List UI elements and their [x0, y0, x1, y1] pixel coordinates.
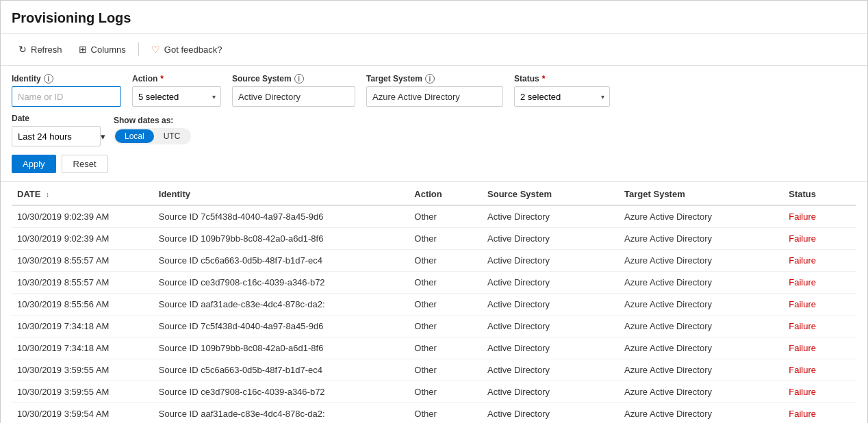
table-row[interactable]: 10/30/2019 9:02:39 AM Source ID 7c5f438d… — [12, 205, 856, 228]
status-select-wrapper: 2 selected ▾ — [514, 86, 610, 107]
cell-identity: Source ID ce3d7908-c16c-4039-a346-b72 — [153, 381, 409, 403]
cell-action: Other — [409, 228, 482, 250]
target-system-display: Azure Active Directory — [366, 86, 503, 107]
date-select[interactable]: Last 24 hours — [12, 126, 101, 146]
cell-target-system: Azure Active Directory — [619, 250, 783, 272]
table-row[interactable]: 10/30/2019 3:59:55 AM Source ID c5c6a663… — [12, 359, 856, 381]
cell-action: Other — [409, 381, 482, 403]
reset-button[interactable]: Reset — [62, 155, 108, 173]
refresh-button[interactable]: Refresh — [12, 40, 69, 58]
cell-date: 10/30/2019 8:55:57 AM — [12, 250, 153, 272]
cell-source-system: Active Directory — [482, 337, 619, 359]
cell-target-system: Azure Active Directory — [619, 359, 783, 381]
col-header-identity: Identity — [153, 182, 409, 205]
actions-row: Apply Reset — [12, 155, 856, 173]
toolbar: Refresh Columns Got feedback? — [1, 34, 867, 66]
cell-status: Failure — [783, 272, 856, 294]
table-row[interactable]: 10/30/2019 7:34:18 AM Source ID 109b79bb… — [12, 337, 856, 359]
target-system-filter-group: Target System i Azure Active Directory — [366, 74, 503, 107]
cell-identity: Source ID 109b79bb-8c08-42a0-a6d1-8f6 — [153, 228, 409, 250]
cell-source-system: Active Directory — [482, 294, 619, 316]
identity-info-icon[interactable]: i — [44, 74, 53, 84]
cell-source-system: Active Directory — [482, 403, 619, 424]
cell-identity: Source ID c5c6a663-0d5b-48f7-b1d7-ec4 — [153, 250, 409, 272]
cell-source-system: Active Directory — [482, 205, 619, 228]
sort-icon-date: ↕ — [46, 191, 49, 198]
refresh-icon — [18, 44, 27, 55]
table-row[interactable]: 10/30/2019 7:34:18 AM Source ID 7c5f438d… — [12, 316, 856, 337]
cell-identity: Source ID ce3d7908-c16c-4039-a346-b72 — [153, 272, 409, 294]
cell-action: Other — [409, 403, 482, 424]
show-dates-label: Show dates as: — [114, 116, 191, 125]
table-row[interactable]: 10/30/2019 8:55:57 AM Source ID c5c6a663… — [12, 250, 856, 272]
cell-target-system: Azure Active Directory — [619, 205, 783, 228]
cell-action: Other — [409, 359, 482, 381]
source-system-info-icon[interactable]: i — [294, 74, 304, 84]
source-system-display: Active Directory — [232, 86, 355, 107]
col-header-date[interactable]: DATE ↕ — [12, 182, 153, 205]
cell-date: 10/30/2019 7:34:18 AM — [12, 337, 153, 359]
cell-status: Failure — [783, 294, 856, 316]
cell-status: Failure — [783, 228, 856, 250]
cell-identity: Source ID 7c5f438d-4040-4a97-8a45-9d6 — [153, 316, 409, 337]
cell-status: Failure — [783, 359, 856, 381]
status-filter-group: Status * 2 selected ▾ — [514, 74, 610, 107]
table-row[interactable]: 10/30/2019 8:55:57 AM Source ID ce3d7908… — [12, 272, 856, 294]
toggle-utc-button[interactable]: UTC — [154, 129, 190, 143]
table-row[interactable]: 10/30/2019 3:59:55 AM Source ID ce3d7908… — [12, 381, 856, 403]
cell-date: 10/30/2019 9:02:39 AM — [12, 228, 153, 250]
cell-identity: Source ID aaf31ade-c83e-4dc4-878c-da2: — [153, 403, 409, 424]
status-select[interactable]: 2 selected — [514, 86, 610, 107]
cell-date: 10/30/2019 9:02:39 AM — [12, 205, 153, 228]
cell-status: Failure — [783, 337, 856, 359]
source-system-filter-group: Source System i Active Directory — [232, 74, 355, 107]
cell-date: 10/30/2019 3:59:55 AM — [12, 381, 153, 403]
toggle-local-button[interactable]: Local — [115, 129, 154, 143]
columns-label: Columns — [91, 44, 126, 55]
apply-button[interactable]: Apply — [12, 155, 56, 173]
cell-identity: Source ID 109b79bb-8c08-42a0-a6d1-8f6 — [153, 337, 409, 359]
target-system-label: Target System i — [366, 74, 503, 84]
table-row[interactable]: 10/30/2019 9:02:39 AM Source ID 109b79bb… — [12, 228, 856, 250]
cell-action: Other — [409, 294, 482, 316]
table-header: DATE ↕ Identity Action Source System Tar… — [12, 182, 856, 205]
cell-target-system: Azure Active Directory — [619, 403, 783, 424]
table-body: 10/30/2019 9:02:39 AM Source ID 7c5f438d… — [12, 205, 856, 423]
feedback-icon — [151, 44, 160, 55]
cell-action: Other — [409, 316, 482, 337]
cell-status: Failure — [783, 205, 856, 228]
filters-area: Identity i Action * 5 selected ▾ Source … — [1, 66, 867, 182]
table-area: DATE ↕ Identity Action Source System Tar… — [1, 182, 867, 423]
cell-source-system: Active Directory — [482, 359, 619, 381]
date-label: Date — [12, 114, 105, 123]
show-dates-group: Show dates as: Local UTC — [114, 116, 191, 144]
identity-filter-group: Identity i — [12, 74, 121, 107]
identity-input[interactable] — [12, 86, 121, 107]
identity-label: Identity i — [12, 74, 121, 84]
date-toggle-group: Local UTC — [114, 128, 191, 144]
feedback-label: Got feedback? — [164, 44, 222, 55]
cell-target-system: Azure Active Directory — [619, 381, 783, 403]
feedback-button[interactable]: Got feedback? — [144, 40, 229, 58]
source-system-label: Source System i — [232, 74, 355, 84]
target-system-info-icon[interactable]: i — [425, 74, 435, 84]
cell-status: Failure — [783, 381, 856, 403]
cell-status: Failure — [783, 250, 856, 272]
table-row[interactable]: 10/30/2019 8:55:56 AM Source ID aaf31ade… — [12, 294, 856, 316]
cell-date: 10/30/2019 8:55:57 AM — [12, 272, 153, 294]
columns-icon — [79, 44, 87, 55]
page-header: Provisioning Logs — [1, 1, 867, 34]
cell-source-system: Active Directory — [482, 272, 619, 294]
header-row: DATE ↕ Identity Action Source System Tar… — [12, 182, 856, 205]
action-select[interactable]: 5 selected — [132, 86, 221, 107]
table-row[interactable]: 10/30/2019 3:59:54 AM Source ID aaf31ade… — [12, 403, 856, 424]
cell-action: Other — [409, 337, 482, 359]
dates-row: Date Last 24 hours ▾ Show dates as: Loca… — [12, 114, 856, 146]
cell-identity: Source ID c5c6a663-0d5b-48f7-b1d7-ec4 — [153, 359, 409, 381]
cell-date: 10/30/2019 3:59:54 AM — [12, 403, 153, 424]
columns-button[interactable]: Columns — [72, 40, 133, 58]
cell-target-system: Azure Active Directory — [619, 228, 783, 250]
cell-status: Failure — [783, 403, 856, 424]
cell-source-system: Active Directory — [482, 381, 619, 403]
action-label: Action * — [132, 74, 221, 84]
